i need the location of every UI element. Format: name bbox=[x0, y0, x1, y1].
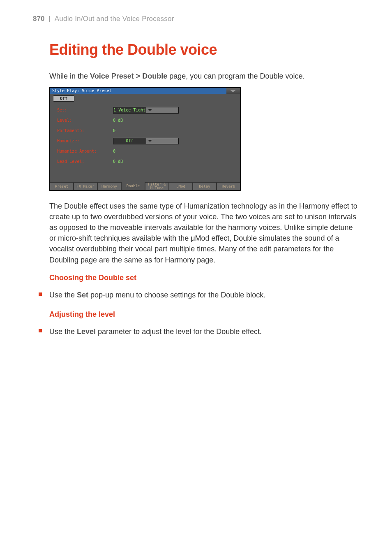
bullet-icon bbox=[39, 292, 42, 296]
page-header: 870 | Audio In/Out and the Voice Process… bbox=[33, 15, 359, 23]
level-label: Level: bbox=[57, 118, 113, 123]
page-title: Editing the Double voice bbox=[49, 41, 359, 58]
choosing-bullet-text: Use the Set pop-up menu to choose settin… bbox=[49, 290, 265, 300]
page-number: 870 bbox=[33, 15, 44, 23]
choosing-heading: Choosing the Double set bbox=[49, 274, 359, 282]
set-value: 1 Voice Tight bbox=[113, 108, 146, 112]
chevron-down-icon bbox=[146, 107, 179, 113]
bullet-icon bbox=[39, 329, 42, 332]
tab-filter-htune[interactable]: Filter & H.Tune bbox=[145, 182, 169, 190]
content-area: Editing the Double voice While in the Vo… bbox=[33, 41, 359, 337]
choosing-suffix: pop-up menu to choose settings for the D… bbox=[88, 291, 265, 299]
intro-prefix: While in the bbox=[49, 72, 90, 80]
choosing-prefix: Use the bbox=[49, 291, 77, 299]
window-body: Off Set: 1 Voice Tight Level: 0 dB bbox=[50, 94, 240, 170]
level-bullet-text: Use the Level parameter to adjust the le… bbox=[49, 326, 262, 337]
intro-bold: Voice Preset > Double bbox=[90, 72, 167, 80]
level-prefix: Use the bbox=[49, 327, 77, 336]
humanize-dropdown[interactable]: Off bbox=[113, 138, 179, 144]
voice-preset-screenshot: Style Play: Voice Preset Off Set: 1 Voic… bbox=[49, 87, 241, 191]
tab-harmony[interactable]: Harmony bbox=[97, 182, 121, 190]
header-section-title: Audio In/Out and the Voice Processor bbox=[55, 15, 174, 23]
level-bullet: Use the Level parameter to adjust the le… bbox=[33, 326, 359, 337]
portamento-label: Portamento: bbox=[57, 128, 113, 133]
humanize-amount-value[interactable]: 0 bbox=[113, 149, 115, 153]
menu-icon[interactable] bbox=[226, 88, 240, 94]
level-row: Level: 0 dB bbox=[57, 115, 233, 125]
bottom-tabs: Preset FX Mixer Harmony Double Filter & … bbox=[50, 182, 240, 190]
intro-paragraph: While in the Voice Preset > Double page,… bbox=[49, 71, 359, 81]
lead-level-row: Lead Level: 0 dB bbox=[57, 156, 233, 167]
lead-level-value[interactable]: 0 dB bbox=[113, 159, 123, 164]
level-suffix: parameter to adjust the level for the Do… bbox=[96, 327, 262, 336]
fields-area: Set: 1 Voice Tight Level: 0 dB Portament… bbox=[50, 102, 240, 170]
humanize-row: Humanize: Off bbox=[57, 136, 233, 146]
set-label: Set: bbox=[57, 108, 113, 112]
choosing-bullet: Use the Set pop-up menu to choose settin… bbox=[33, 290, 359, 300]
tab-umod[interactable]: uMod bbox=[169, 182, 193, 190]
description-paragraph: The Double effect uses the same type of … bbox=[49, 201, 359, 265]
document-page: 870 | Audio In/Out and the Voice Process… bbox=[0, 0, 392, 363]
off-toggle[interactable]: Off bbox=[53, 95, 74, 102]
tab-double[interactable]: Double bbox=[121, 182, 145, 190]
window-titlebar: Style Play: Voice Preset bbox=[50, 88, 240, 94]
level-value[interactable]: 0 dB bbox=[113, 118, 123, 123]
level-bold: Level bbox=[77, 327, 96, 336]
set-row: Set: 1 Voice Tight bbox=[57, 105, 233, 115]
humanize-label: Humanize: bbox=[57, 139, 113, 143]
tab-preset[interactable]: Preset bbox=[50, 182, 74, 190]
tab-delay[interactable]: Delay bbox=[193, 182, 217, 190]
header-separator: | bbox=[48, 15, 50, 23]
choosing-bold: Set bbox=[77, 291, 88, 299]
portamento-row: Portamento: 0 bbox=[57, 125, 233, 136]
tab-fx-mixer[interactable]: FX Mixer bbox=[74, 182, 97, 190]
set-dropdown[interactable]: 1 Voice Tight bbox=[113, 107, 179, 114]
portamento-value[interactable]: 0 bbox=[113, 128, 115, 133]
humanize-value: Off bbox=[113, 139, 146, 143]
lead-level-label: Lead Level: bbox=[57, 159, 113, 164]
humanize-amount-row: Humanize Amount: 0 bbox=[57, 146, 233, 156]
window-title: Style Play: Voice Preset bbox=[52, 88, 112, 93]
level-heading: Adjusting the level bbox=[49, 310, 359, 319]
tab-reverb[interactable]: Reverb bbox=[217, 182, 240, 190]
intro-suffix: page, you can program the Double voice. bbox=[167, 72, 304, 80]
humanize-amount-label: Humanize Amount: bbox=[57, 149, 113, 153]
chevron-down-icon bbox=[146, 138, 179, 144]
